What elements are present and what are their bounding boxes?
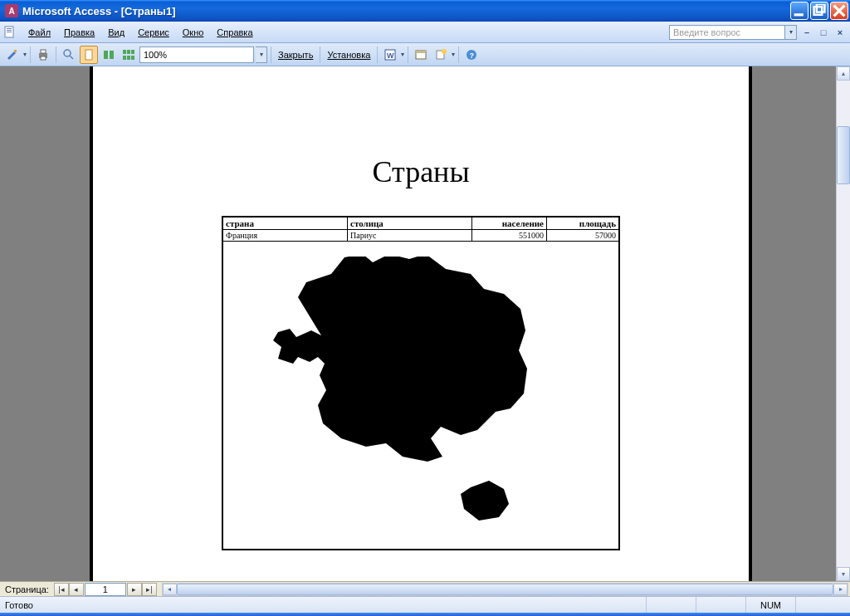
svg-rect-13: [85, 50, 92, 60]
svg-rect-9: [41, 50, 46, 53]
status-ext: [646, 597, 696, 613]
help-button[interactable]: ?: [462, 46, 481, 64]
report-title: Страны: [93, 154, 749, 189]
svg-point-11: [64, 50, 71, 56]
svg-rect-20: [127, 56, 130, 60]
scroll-right-button[interactable]: ▸: [833, 584, 848, 595]
svg-rect-0: [794, 13, 804, 16]
svg-rect-1: [814, 7, 823, 15]
svg-rect-15: [110, 51, 114, 59]
design-view-button[interactable]: [3, 46, 22, 64]
svg-rect-17: [127, 50, 130, 54]
page-setup-button[interactable]: Установка: [324, 48, 374, 61]
window-titlebar: A Microsoft Access - [Страны1]: [0, 0, 850, 22]
window-restore-button[interactable]: [810, 2, 828, 20]
close-preview-button[interactable]: Закрыть: [275, 48, 316, 61]
svg-point-27: [442, 49, 447, 54]
cell-country: Франция: [223, 230, 348, 241]
window-close-button[interactable]: [830, 2, 848, 20]
report-table: страна столица население площадь Франция…: [222, 216, 620, 550]
two-page-button[interactable]: [100, 46, 118, 64]
cell-area: 57000: [547, 230, 618, 241]
status-caps: [696, 597, 745, 613]
taskbar-strip: [0, 613, 850, 616]
page-label: Страница:: [0, 584, 54, 594]
print-button[interactable]: [34, 46, 52, 64]
svg-rect-14: [104, 51, 108, 59]
map-image-cell: [223, 242, 618, 549]
preview-canvas[interactable]: Страны страна столица население площадь …: [0, 66, 836, 581]
scroll-up-button[interactable]: ▴: [837, 66, 850, 81]
cell-capital: Париус: [348, 230, 472, 241]
hscroll-thumb[interactable]: [177, 584, 833, 595]
page-number-input[interactable]: [85, 583, 126, 596]
window-minimize-button[interactable]: [790, 2, 808, 20]
menu-file[interactable]: Файл: [22, 25, 57, 40]
table-header-row: страна столица население площадь: [223, 218, 618, 230]
zoom-dropdown-button[interactable]: ▾: [256, 46, 267, 63]
mdi-close-button[interactable]: ×: [833, 26, 847, 39]
status-scrl: [795, 597, 845, 613]
status-bar: Готово NUM: [0, 596, 850, 613]
svg-text:?: ?: [470, 51, 475, 60]
svg-rect-18: [131, 50, 134, 54]
last-page-button[interactable]: ▸|: [142, 583, 157, 596]
scroll-track[interactable]: [837, 81, 850, 567]
report-page: Страны страна столица население площадь …: [93, 66, 749, 581]
first-page-button[interactable]: |◂: [54, 583, 69, 596]
help-search-dropdown[interactable]: ▾: [785, 25, 797, 40]
svg-rect-25: [416, 51, 426, 53]
cell-population: 551000: [472, 230, 547, 241]
doc-icon: [3, 26, 17, 39]
new-object-button[interactable]: [432, 46, 450, 64]
database-window-button[interactable]: [412, 46, 430, 64]
col-country: страна: [223, 218, 348, 229]
table-row: Франция Париус 551000 57000: [223, 230, 618, 242]
status-num: NUM: [745, 597, 795, 613]
toolbar: ▾ 100% ▾ Закрыть Установка W ▾ ▾ ?: [0, 43, 850, 66]
scroll-thumb[interactable]: [837, 126, 850, 184]
svg-rect-4: [7, 28, 12, 29]
svg-rect-19: [123, 56, 126, 60]
multi-page-button[interactable]: [120, 46, 138, 64]
svg-rect-10: [41, 56, 46, 60]
zoom-button[interactable]: [60, 46, 78, 64]
preview-area: Страны страна столица население площадь …: [0, 66, 850, 581]
zoom-combo[interactable]: 100%: [139, 46, 254, 63]
scroll-down-button[interactable]: ▾: [837, 567, 850, 581]
svg-text:W: W: [387, 51, 394, 60]
mdi-minimize-button[interactable]: –: [800, 26, 813, 39]
menu-view[interactable]: Вид: [101, 25, 131, 40]
svg-rect-6: [7, 32, 12, 32]
col-area: площадь: [547, 218, 618, 229]
menu-tools[interactable]: Сервис: [131, 25, 176, 40]
help-search-input[interactable]: Введите вопрос: [669, 25, 785, 40]
mdi-restore-button[interactable]: □: [817, 26, 830, 39]
prev-page-button[interactable]: ◂: [69, 583, 84, 596]
export-word-button[interactable]: W: [381, 46, 399, 64]
menu-help[interactable]: Справка: [210, 25, 259, 40]
col-population: население: [472, 218, 547, 229]
next-page-button[interactable]: ▸: [127, 583, 142, 596]
menubar: Файл Правка Вид Сервис Окно Справка Введ…: [0, 22, 850, 43]
svg-rect-7: [14, 50, 17, 52]
window-title: Microsoft Access - [Страны1]: [22, 5, 790, 17]
svg-rect-21: [131, 56, 134, 60]
svg-line-12: [70, 56, 73, 59]
vertical-scrollbar[interactable]: ▴ ▾: [836, 66, 850, 581]
menu-edit[interactable]: Правка: [57, 25, 101, 40]
horizontal-scrollbar[interactable]: ◂ ▸: [162, 583, 848, 596]
record-navigator: Страница: |◂ ◂ ▸ ▸| ◂ ▸: [0, 581, 850, 596]
svg-rect-2: [817, 4, 825, 12]
status-ready: Готово: [5, 600, 646, 610]
app-icon: A: [5, 4, 18, 17]
col-capital: столица: [348, 218, 472, 229]
scroll-left-button[interactable]: ◂: [163, 584, 177, 595]
one-page-button[interactable]: [80, 46, 98, 64]
svg-rect-5: [7, 30, 12, 31]
france-map-icon: [263, 257, 579, 539]
menu-window[interactable]: Окно: [176, 25, 211, 40]
svg-rect-16: [123, 50, 126, 54]
